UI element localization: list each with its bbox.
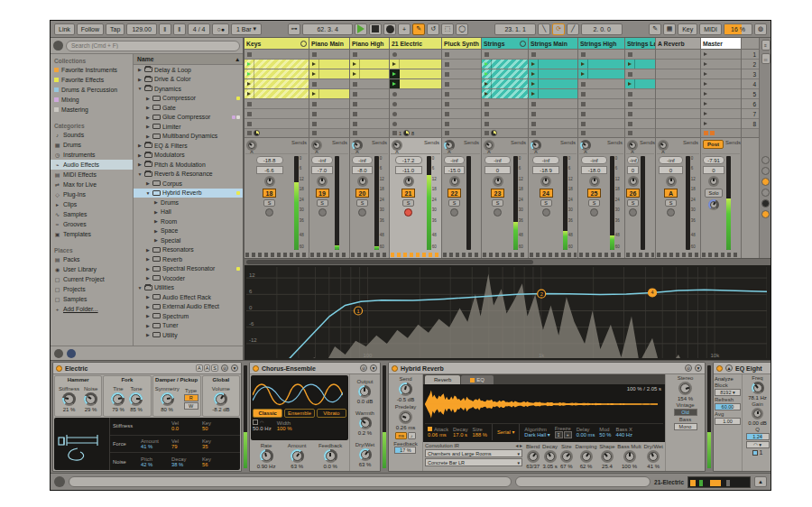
track-header[interactable]: Piano High	[350, 38, 389, 50]
disk-overload-icon[interactable]: ◍	[754, 23, 767, 35]
clip-launch-button[interactable]	[482, 60, 492, 69]
chevron-right-icon[interactable]: ▶	[153, 218, 159, 224]
chevron-right-icon[interactable]: ▶	[153, 237, 159, 243]
param-value[interactable]: 440 Hz	[616, 432, 632, 438]
clip-launch-button[interactable]	[245, 79, 254, 88]
tree-item-spectrum[interactable]: ▶Spectrum	[134, 311, 243, 321]
metronome-button[interactable]: ○●	[212, 23, 228, 35]
clip-launch-button[interactable]	[309, 69, 319, 78]
arrangement-record-button[interactable]	[383, 23, 396, 35]
follow-arrow-icon[interactable]: ⊶	[288, 23, 300, 35]
param-value[interactable]: 100 %	[622, 464, 637, 469]
track-header[interactable]: Master	[701, 38, 741, 50]
clip-slot[interactable]	[482, 69, 528, 79]
clip-launch-button[interactable]	[245, 89, 254, 98]
track-number-button[interactable]: 19	[316, 189, 329, 198]
scene-number[interactable]: 6	[742, 99, 759, 109]
solo-button[interactable]: S	[448, 199, 460, 207]
chevron-right-icon[interactable]: ▶	[145, 96, 151, 101]
send-a-knob[interactable]	[627, 140, 638, 151]
nudge-up-icon[interactable]: ‖	[173, 23, 186, 35]
table-cell[interactable]: Key35	[202, 438, 233, 449]
hscrollbar-thumb[interactable]	[246, 260, 533, 264]
stiffness-knob[interactable]	[62, 392, 76, 406]
pan-knob[interactable]	[540, 176, 551, 187]
arm-button[interactable]	[450, 208, 458, 217]
track-header[interactable]: Strings Main	[529, 38, 577, 50]
clip-slot[interactable]	[390, 99, 441, 109]
chevron-right-icon[interactable]: ▶	[145, 294, 151, 300]
stop-clips-cell[interactable]	[625, 129, 655, 138]
peak-level-display[interactable]: -inf	[581, 156, 608, 164]
show-crossfade-toggle[interactable]	[761, 210, 770, 218]
ms-mode-button[interactable]: ms	[395, 432, 407, 439]
clip-launch-button[interactable]	[350, 69, 360, 78]
chorus-mode-vibrato[interactable]: Vibrato	[317, 409, 346, 418]
tap-tempo-button[interactable]: Tap	[106, 23, 125, 35]
clip-slot[interactable]	[482, 119, 528, 129]
table-cell[interactable]: Vel79	[171, 438, 202, 449]
sidebar-item-drums[interactable]: ▦Drums	[51, 140, 133, 150]
tab-reverb[interactable]: Reverb	[425, 375, 460, 384]
sidebar-item-templates[interactable]: ▣Templates	[51, 229, 133, 239]
clip-slot[interactable]	[578, 99, 624, 109]
chevron-right-icon[interactable]: ▶	[145, 304, 151, 309]
clip-slot[interactable]	[482, 109, 528, 119]
device-chain-mini-view[interactable]	[687, 476, 751, 488]
stop-clips-cell[interactable]	[578, 129, 624, 138]
param-value[interactable]: 67 %	[560, 464, 573, 469]
clip-slot[interactable]	[350, 109, 389, 119]
chevron-right-icon[interactable]: ▶	[145, 115, 151, 120]
clip-slot[interactable]	[309, 79, 349, 89]
tree-item-corpus[interactable]: ▶Corpus	[134, 179, 243, 189]
volume-display[interactable]: 0	[627, 166, 640, 174]
show-trackdelay-toggle[interactable]	[761, 199, 770, 207]
clip-slot[interactable]	[529, 60, 577, 69]
chevron-right-icon[interactable]: ▶	[153, 199, 159, 205]
clip-slot[interactable]	[390, 109, 441, 119]
stop-button[interactable]	[369, 23, 382, 35]
clip-slot[interactable]	[656, 60, 700, 69]
solo-button[interactable]: S	[627, 199, 639, 207]
warmth-knob[interactable]	[359, 417, 372, 429]
tree-item-vocoder[interactable]: ▶Vocoder	[134, 273, 243, 283]
send-a-knob[interactable]	[531, 140, 541, 151]
send-a-knob[interactable]	[484, 140, 494, 151]
clip-slot[interactable]	[529, 50, 577, 60]
clip-slot[interactable]	[656, 69, 700, 79]
follow-button[interactable]: Follow	[77, 23, 104, 35]
table-cell[interactable]: Amount41 %	[141, 438, 171, 449]
stop-clips-cell[interactable]	[701, 129, 741, 138]
volume-display[interactable]: 0	[703, 166, 724, 174]
blend-param-knob[interactable]	[527, 450, 540, 463]
param-value[interactable]: 0.0 %	[323, 464, 337, 469]
clip-launch-button[interactable]	[578, 69, 588, 78]
clip-slot[interactable]	[482, 60, 528, 69]
chorus-mode-ensemble[interactable]: Ensemble	[284, 409, 314, 418]
track-number-button[interactable]: 22	[448, 189, 461, 198]
clip-slot[interactable]	[625, 119, 655, 129]
tree-item-multiband-dynamics[interactable]: ▶Multiband Dynamics	[134, 132, 243, 142]
solo-button[interactable]: S	[317, 199, 328, 207]
midi-map-button[interactable]: MIDI	[699, 23, 722, 35]
nudge-down-icon[interactable]: ‖	[159, 23, 171, 35]
tree-item-space[interactable]: ▶Space	[134, 226, 243, 236]
solo-button[interactable]: S	[492, 199, 503, 207]
clip-slot[interactable]	[482, 79, 528, 89]
automation-arm-button[interactable]: ✎	[412, 23, 425, 35]
stop-clips-cell[interactable]	[309, 129, 349, 138]
arm-button[interactable]	[590, 208, 598, 217]
clip-slot[interactable]	[529, 119, 577, 129]
send-a-knob[interactable]	[352, 140, 363, 151]
sidebar-item-instruments[interactable]: ◷Instruments	[51, 150, 133, 160]
clip-slot[interactable]	[482, 89, 528, 99]
chevron-right-icon[interactable]: ▶	[145, 323, 151, 328]
group-unfold-icon[interactable]	[300, 41, 307, 47]
clip-slot[interactable]	[701, 89, 741, 99]
param-value[interactable]: 188 %	[473, 432, 487, 438]
clip-launch-button[interactable]	[529, 89, 539, 98]
computer-midi-keyboard-button[interactable]: ▦	[663, 23, 676, 35]
track-number-button[interactable]: A	[664, 189, 678, 198]
noise-knob[interactable]	[84, 392, 97, 406]
q-value[interactable]: 1.24	[746, 433, 770, 440]
